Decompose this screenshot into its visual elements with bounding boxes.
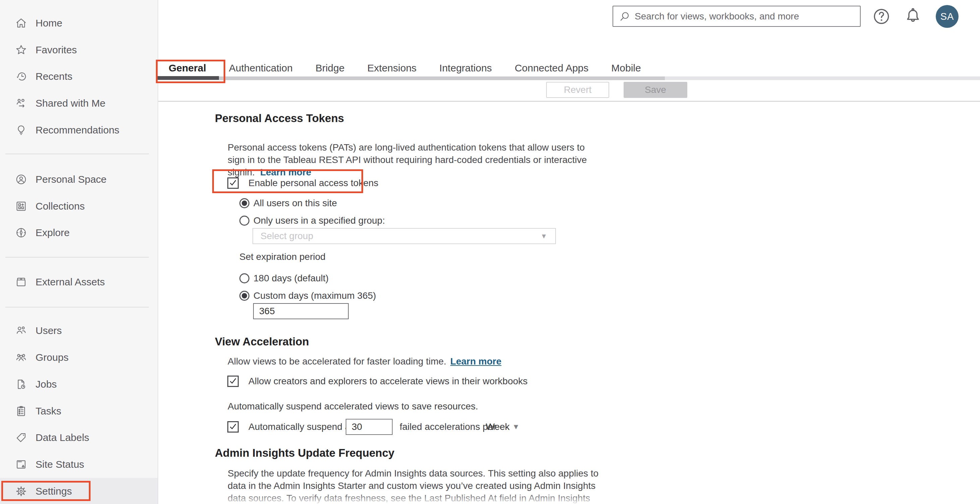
lightbulb-icon [15,124,27,137]
help-icon [872,7,891,26]
checkmark-icon [229,178,237,187]
group-select[interactable]: Select group ▼ [253,228,556,244]
history-icon [15,70,27,83]
admin-insights-description: Specify the update frequency for Admin I… [228,467,598,504]
enable-pat-checkbox[interactable] [228,177,239,189]
tab-extensions[interactable]: Extensions [356,62,428,74]
sidebar-item-personal-space[interactable]: Personal Space [0,166,158,193]
tab-integrations[interactable]: Integrations [428,62,503,74]
default-days-radio[interactable] [239,273,250,283]
sidebar-item-groups[interactable]: Groups [0,344,158,371]
home-icon [15,17,27,30]
sidebar-item-users[interactable]: Users [0,317,158,344]
tab-track-active-area [158,76,665,80]
admin-insights-title: Admin Insights Update Frequency [215,447,394,459]
custom-days-radio[interactable] [239,291,250,301]
va-learn-more-link[interactable]: Learn more [450,356,501,367]
auto-suspend-checkbox[interactable] [228,421,239,432]
sidebar-item-label: External Assets [35,276,105,288]
view-acceleration-description: Allow views to be accelerated for faster… [228,355,501,367]
suspend-period-dropdown[interactable]: Week [486,421,510,432]
expiration-period-label: Set expiration period [239,251,326,262]
sidebar-item-settings[interactable]: Settings [0,478,158,504]
subheader-divider [158,101,980,102]
group-select-placeholder: Select group [261,231,313,242]
sidebar-item-external-assets[interactable]: External Assets [0,269,158,296]
star-icon [15,44,27,56]
gear-icon [15,485,27,498]
enable-pat-label: Enable personal access tokens [248,177,379,189]
sidebar-item-label: Recommendations [35,124,119,136]
tab-bridge[interactable]: Bridge [304,62,356,74]
tag-icon [15,431,27,444]
sidebar-item-data-labels[interactable]: Data Labels [0,424,158,451]
all-users-label: All users on this site [253,197,337,209]
sidebar-item-label: Favorites [35,44,77,56]
sidebar-item-collections[interactable]: Collections [0,193,158,219]
sidebar-item-label: Users [35,325,62,336]
sidebar-item-label: Recents [35,71,72,82]
pat-learn-more-link[interactable]: Learn more [260,167,312,177]
chevron-down-icon[interactable]: ▼ [512,423,520,431]
sidebar-item-label: Collections [35,200,85,212]
sidebar-item-label: Shared with Me [35,98,105,109]
notifications-button[interactable] [903,6,923,27]
sidebar-item-jobs[interactable]: Jobs [0,371,158,398]
compass-icon [15,226,27,239]
selected-tab-underline [157,76,219,80]
tab-mobile[interactable]: Mobile [600,62,652,74]
sidebar-item-tasks[interactable]: Tasks [0,398,158,425]
site-status-icon [15,458,27,471]
collections-icon [15,200,27,213]
specified-group-radio[interactable] [239,216,250,226]
groups-icon [15,351,27,364]
sidebar-item-label: Settings [35,486,72,497]
custom-days-label: Custom days (maximum 365) [253,290,376,302]
users-icon [15,324,27,337]
sidebar-item-site-status[interactable]: Site Status [0,451,158,478]
tab-connected-apps[interactable]: Connected Apps [503,62,600,74]
document-clock-icon [15,378,27,391]
clipboard-icon [15,405,27,418]
auto-suspend-suffix: failed accelerations per [399,421,496,432]
sidebar-item-label: Data Labels [35,432,89,443]
search-input[interactable] [634,11,860,22]
suspend-threshold-input[interactable] [346,419,393,435]
all-users-radio[interactable] [239,198,250,208]
sidebar-item-home[interactable]: Home [0,10,158,37]
suspend-note: Automatically suspend accelerated views … [228,401,478,412]
sidebar-item-favorites[interactable]: Favorites [0,37,158,64]
sidebar-item-label: Home [35,17,62,29]
help-button[interactable] [872,7,891,27]
pat-section-title: Personal Access Tokens [215,112,344,125]
tableau-settings-page: Home Favorites Recents Shared with Me Re… [0,0,980,504]
sidebar-item-shared-with-me[interactable]: Shared with Me [0,90,158,117]
sidebar-item-explore[interactable]: Explore [0,219,158,246]
sidebar-item-label: Site Status [35,459,84,470]
sidebar-divider [5,307,149,307]
shared-with-me-icon [15,97,27,110]
tab-general[interactable]: General [157,62,218,74]
save-button[interactable]: Save [624,82,687,98]
view-acceleration-title: View Acceleration [215,335,309,348]
settings-tabs: General Authentication Bridge Extensions… [157,59,652,76]
allow-acceleration-checkbox[interactable] [228,375,239,387]
checkmark-icon [229,377,237,385]
custom-days-input[interactable] [253,303,349,319]
tab-authentication[interactable]: Authentication [218,62,304,74]
sidebar-item-label: Personal Space [35,174,107,185]
checkmark-icon [229,422,237,431]
revert-button[interactable]: Revert [546,82,609,98]
sidebar-item-label: Groups [35,352,68,363]
chevron-down-icon: ▼ [541,232,547,240]
person-circle-icon [15,173,27,186]
sidebar-divider [5,257,149,258]
archive-icon [15,276,27,288]
avatar[interactable]: SA [936,5,959,28]
sidebar-item-recents[interactable]: Recents [0,63,158,90]
sidebar: Home Favorites Recents Shared with Me Re… [0,0,158,504]
sidebar-item-recommendations[interactable]: Recommendations [0,117,158,143]
default-days-label: 180 days (default) [253,273,329,284]
sidebar-item-label: Tasks [35,405,61,417]
allow-acceleration-label: Allow creators and explorers to accelera… [248,375,528,387]
